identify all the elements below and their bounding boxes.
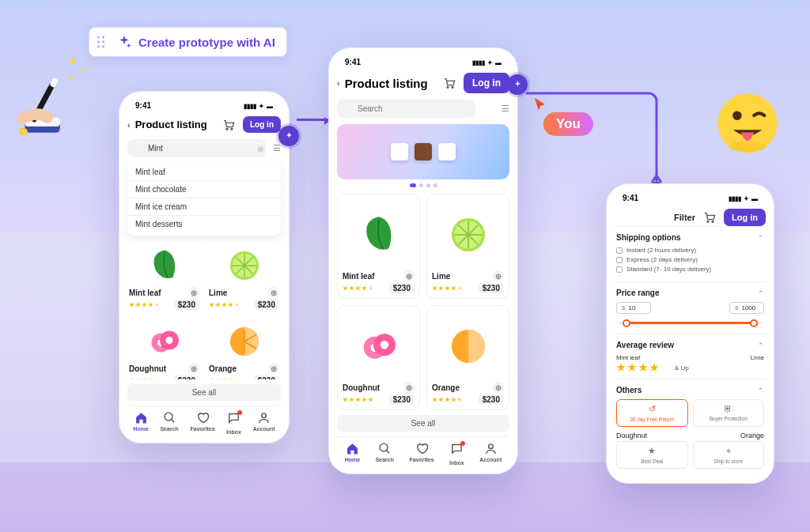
- phone-screen-filter: 9:41 ▮▮▮▮✦▬ Filter Log in Shipping optio…: [606, 183, 774, 484]
- add-icon[interactable]: ⊕: [268, 363, 279, 374]
- login-button[interactable]: Log in: [464, 73, 509, 93]
- rating-filter-row[interactable]: & Up: [616, 363, 764, 372]
- clock: 9:41: [623, 194, 638, 202]
- price: $230: [174, 375, 199, 379]
- other-option[interactable]: ⌖Ship to store: [693, 441, 765, 469]
- ai-prototype-pill[interactable]: Create prototype with AI: [89, 27, 287, 57]
- svg-point-32: [380, 341, 388, 349]
- shipping-option[interactable]: Instant (2 hours delivery): [616, 247, 764, 254]
- login-button[interactable]: Log in: [724, 209, 766, 226]
- filter-icon[interactable]: ☰: [273, 143, 281, 153]
- chevron-up-icon[interactable]: ⌃: [758, 234, 764, 242]
- see-all-button[interactable]: See all: [127, 384, 281, 401]
- ai-knob-icon[interactable]: [278, 126, 299, 146]
- shipping-option[interactable]: Standard (7- 10 days delivery): [616, 266, 764, 273]
- rating: [209, 302, 240, 308]
- product-card[interactable]: Doughnut⊕ $230: [337, 305, 420, 410]
- section-title: Average review: [616, 341, 674, 349]
- other-option[interactable]: ⛨Buyer Protection: [693, 399, 765, 427]
- rating: [432, 397, 463, 402]
- product-card[interactable]: Doughnut⊕ $230: [127, 318, 201, 379]
- product-card[interactable]: Lime⊕ $230: [426, 194, 509, 299]
- rating: [343, 285, 373, 291]
- sparkle-stars-icon: [65, 55, 92, 84]
- svg-point-17: [157, 338, 158, 340]
- cart-icon[interactable]: [443, 77, 456, 89]
- checkbox-icon: [616, 266, 623, 273]
- product-image: [209, 243, 279, 287]
- clear-icon[interactable]: ⊗: [257, 144, 263, 153]
- overlay-label: Orange: [740, 432, 764, 440]
- status-bar: 9:41 ▮▮▮▮✦▬: [615, 194, 766, 207]
- search-input[interactable]: [337, 100, 475, 118]
- status-bar: 9:41 ▮▮▮▮✦▬: [337, 58, 509, 71]
- see-all-button[interactable]: See all: [337, 415, 509, 432]
- chevron-up-icon[interactable]: ⌃: [758, 387, 764, 394]
- tab-search[interactable]: Search: [376, 442, 394, 466]
- search-input[interactable]: [127, 139, 266, 157]
- product-name: Mint leaf: [129, 289, 161, 297]
- svg-point-37: [712, 221, 713, 222]
- add-icon[interactable]: ⊕: [493, 270, 504, 281]
- product-card[interactable]: Mint leaf⊕ $230: [127, 242, 201, 311]
- suggestion-item[interactable]: Mint chocolate: [127, 180, 281, 198]
- product-card[interactable]: Lime⊕ $230: [207, 242, 281, 311]
- other-option[interactable]: ↺30 day Free Return: [616, 399, 688, 427]
- price-slider[interactable]: [618, 322, 763, 324]
- suggestion-item[interactable]: Mint ice cream: [127, 198, 281, 215]
- back-button[interactable]: ‹: [337, 78, 340, 88]
- tab-account[interactable]: Account: [253, 411, 275, 435]
- back-button[interactable]: ‹: [127, 120, 131, 130]
- checkbox-icon: [616, 247, 623, 254]
- add-icon[interactable]: ⊕: [188, 287, 199, 298]
- tag-icon: ★: [648, 446, 656, 456]
- product-image: [343, 311, 414, 382]
- filter-icon[interactable]: ☰: [502, 104, 509, 114]
- chevron-up-icon[interactable]: ⌃: [758, 341, 764, 349]
- ai-knob-icon[interactable]: [507, 74, 528, 95]
- rating: [209, 378, 240, 379]
- tab-account[interactable]: Account: [479, 442, 502, 466]
- filter-title: Filter: [674, 213, 695, 222]
- section-shipping: Shipping options⌃ Instant (2 hours deliv…: [615, 226, 766, 281]
- tab-home[interactable]: Home: [345, 442, 360, 466]
- magic-wand-icon: [2, 75, 78, 144]
- svg-point-19: [171, 334, 172, 336]
- clock: 9:41: [135, 101, 151, 110]
- and-up-label: & Up: [675, 364, 689, 372]
- suggestion-item[interactable]: Mint desserts: [127, 215, 281, 232]
- rating: [343, 397, 373, 402]
- cart-icon[interactable]: [703, 211, 716, 224]
- shield-icon: ⛨: [724, 404, 732, 413]
- tab-favorites[interactable]: Favorites: [190, 411, 214, 435]
- price-max-input[interactable]: 1000: [729, 302, 764, 314]
- other-option[interactable]: ★Best Deal: [616, 441, 688, 469]
- cart-icon[interactable]: [222, 119, 235, 131]
- chevron-up-icon[interactable]: ⌃: [758, 289, 764, 297]
- winking-emoji-icon: [715, 91, 780, 156]
- tab-inbox[interactable]: Inbox: [449, 442, 464, 466]
- tab-favorites[interactable]: Favorites: [409, 442, 433, 466]
- shipping-option[interactable]: Express (2 days delivery): [616, 256, 764, 263]
- add-icon[interactable]: ⊕: [268, 287, 279, 298]
- add-icon[interactable]: ⊕: [493, 382, 504, 393]
- product-card[interactable]: Orange⊕ $230: [207, 318, 281, 379]
- product-image: [432, 199, 504, 270]
- tab-inbox[interactable]: Inbox: [226, 411, 241, 435]
- add-icon[interactable]: ⊕: [403, 382, 414, 393]
- product-name: Lime: [432, 272, 450, 281]
- add-icon[interactable]: ⊕: [188, 363, 199, 374]
- tab-search[interactable]: Search: [160, 411, 178, 435]
- add-icon[interactable]: ⊕: [403, 270, 414, 281]
- price: $230: [254, 300, 279, 310]
- suggestion-item[interactable]: Mint leaf: [127, 164, 281, 180]
- product-card[interactable]: Orange⊕ $230: [426, 305, 509, 410]
- tab-home[interactable]: Home: [133, 411, 148, 435]
- product-name: Mint leaf: [343, 272, 375, 281]
- login-button[interactable]: Log in: [243, 116, 281, 133]
- product-card[interactable]: Mint leaf⊕ $230: [337, 194, 420, 299]
- phone-screen-search: 9:41 ▮▮▮▮✦▬ ‹ Product listing Log in ⊗ ☰…: [119, 91, 290, 443]
- promo-banner[interactable]: [337, 124, 509, 179]
- price-min-input[interactable]: 10: [616, 302, 651, 314]
- ai-pill-label: Create prototype with AI: [138, 36, 275, 49]
